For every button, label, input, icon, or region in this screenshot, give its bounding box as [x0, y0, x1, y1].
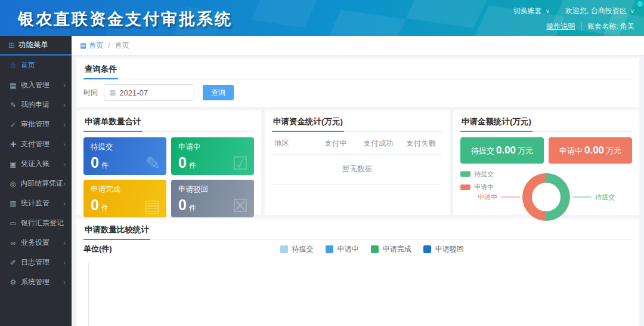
sidebar-nav: ☆ 首页 ▤ 收入管理 › ✎ 我的申请 › ✓ 审批管理 › ✚ 支付管理 — [0, 56, 72, 292]
chevron-down-icon: ∨ — [630, 8, 634, 14]
query-panel-title: 查询条件 — [83, 62, 118, 79]
sidebar-item-income-management[interactable]: ▤ 收入管理 › — [0, 75, 72, 95]
funds-table: 地区 支付中 支付成功 支付失败 暂无数据 — [272, 133, 442, 184]
amount-donut-chart: 待提交 申请中 申请中 待提交 — [460, 168, 632, 226]
chevron-right-icon: › — [63, 160, 66, 168]
sidebar-item-bank-draft-registration[interactable]: ▭ 银行汇票登记 — [0, 213, 72, 233]
link-icon: ∞ — [8, 239, 18, 247]
header-decor-shape — [406, 0, 489, 28]
sidebar-header-function-menu[interactable]: ⊞ 功能菜单 — [0, 36, 72, 56]
sidebar-item-home[interactable]: ☆ 首页 — [0, 56, 72, 75]
chevron-down-icon: ∨ — [546, 8, 550, 14]
document-icon: ▤ — [144, 195, 160, 216]
check-icon: ✓ — [8, 121, 18, 129]
header-decor-shape — [251, 0, 319, 27]
sidebar-item-system-management[interactable]: ⚙ 系统管理 › — [0, 272, 72, 292]
chart-unit-label: 单位(件) — [83, 244, 112, 254]
document-icon: ▤ — [8, 81, 18, 90]
application-amount-panel: 申请金额统计(万元) 待提交0.00万元 申请中0.00万元 — [453, 110, 639, 215]
card-icon: ▭ — [8, 219, 18, 227]
comparison-chart-legend: 待提交 申请中 申请完成 申请驳回 — [280, 244, 464, 254]
app-header: 银农直联资金支付审批系统 切换账套∨ 欢迎您, 台商投资区∨ 操作说明 账套名称… — [0, 0, 644, 36]
funds-panel-title: 申请资金统计(万元) — [272, 115, 344, 132]
empty-data-text: 暂无数据 — [272, 155, 442, 184]
sidebar-item-business-settings[interactable]: ∞ 业务设置 › — [0, 233, 72, 253]
legend-swatch-applying — [460, 184, 470, 190]
header-divider — [581, 22, 581, 31]
column-header-pay-success: 支付成功 — [357, 133, 400, 154]
breadcrumb: ▤ 首页 / 首页 — [72, 36, 644, 56]
sidebar-item-my-applications[interactable]: ✎ 我的申请 › — [0, 95, 72, 115]
application-funds-panel: 申请资金统计(万元) 地区 支付中 支付成功 支付失败 暂无数据 — [265, 110, 450, 215]
switch-account-dropdown[interactable]: 切换账套∨ — [513, 6, 550, 16]
date-picker-input[interactable]: ▦ — [104, 84, 194, 101]
breadcrumb-current: 首页 — [115, 41, 129, 51]
pending-amount-button[interactable]: 待提交0.00万元 — [460, 137, 544, 164]
stat-card-applying: 申请中 0件 ☑ — [171, 137, 254, 175]
column-header-pay-failed: 支付失败 — [400, 133, 443, 154]
welcome-user-dropdown[interactable]: 欢迎您, 台商投资区∨ — [565, 6, 634, 16]
list-check-icon: ☑ — [232, 153, 248, 174]
legend-swatch — [280, 245, 288, 253]
legend-swatch — [423, 245, 431, 253]
corner-dot-decor — [637, 1, 643, 7]
operation-guide-link[interactable]: 操作说明 — [546, 21, 575, 32]
applying-amount-button[interactable]: 申请中0.00万元 — [549, 137, 632, 164]
legend-swatch — [371, 245, 379, 253]
chevron-right-icon: › — [63, 180, 66, 188]
query-button[interactable]: 查询 — [203, 85, 234, 100]
pencil-icon: ✎ — [8, 101, 18, 109]
chevron-right-icon: › — [63, 259, 66, 267]
sidebar-item-internal-settlement-voucher[interactable]: ◎ 内部结算凭证 › — [0, 174, 72, 193]
amount-panel-title: 申请金额统计(万元) — [460, 115, 532, 132]
target-icon: ◎ — [8, 180, 17, 188]
star-icon: ☆ — [8, 61, 18, 70]
donut-callout-pending: 待提交 — [572, 193, 615, 202]
legend-item-pending[interactable]: 待提交 — [280, 244, 314, 254]
stat-card-pending-submit: 待提交 0件 ✎ — [83, 137, 166, 175]
doc-x-icon: ☒ — [232, 195, 248, 216]
legend-swatch-pending — [460, 171, 470, 177]
sidebar-item-approval-management[interactable]: ✓ 审批管理 › — [0, 115, 72, 134]
gear-icon: ⚙ — [8, 278, 18, 287]
legend-item-applying[interactable]: 申请中 — [326, 244, 359, 254]
edit-doc-icon: ✎ — [145, 153, 160, 174]
donut-legend: 待提交 申请中 — [460, 170, 494, 196]
sidebar-item-payment-management[interactable]: ✚ 支付管理 › — [0, 134, 72, 154]
sidebar-item-log-management[interactable]: ✐ 日志管理 › — [0, 253, 72, 272]
briefcase-icon: ▣ — [8, 160, 18, 168]
cross-icon: ✚ — [8, 140, 18, 149]
grid-menu-icon: ⊞ — [8, 41, 15, 50]
sidebar-item-voucher-entry[interactable]: ▣ 凭证入账 › — [0, 154, 72, 174]
legend-item-rejected[interactable]: 申请驳回 — [423, 244, 464, 254]
time-value-field[interactable] — [119, 88, 189, 97]
comparison-chart-plot-area — [88, 263, 628, 326]
stat-card-rejected: 申请驳回 0件 ☒ — [171, 180, 254, 217]
main-content: ▤ 首页 / 首页 查询条件 时间 ▦ 查询 — [72, 36, 644, 326]
sidebar-item-statistics-supervision[interactable]: ▥ 统计监管 › — [0, 193, 72, 213]
account-name-label: 账套名称: 角美 — [587, 21, 634, 32]
legend-swatch — [326, 245, 333, 253]
column-header-region: 地区 — [272, 133, 315, 154]
legend-item-completed[interactable]: 申请完成 — [371, 244, 411, 254]
app-title: 银农直联资金支付审批系统 — [18, 8, 233, 30]
time-label: 时间 — [83, 88, 98, 98]
stat-card-completed: 申请完成 0件 ▤ — [83, 180, 166, 217]
breadcrumb-home-link[interactable]: 首页 — [89, 41, 103, 51]
chevron-right-icon: › — [63, 199, 66, 208]
query-conditions-panel: 查询条件 时间 ▦ 查询 — [76, 58, 639, 107]
donut-ring — [522, 173, 570, 221]
header-user-area: 切换账套∨ 欢迎您, 台商投资区∨ 操作说明 账套名称: 角美 — [513, 4, 634, 33]
edit-icon: ✐ — [8, 259, 18, 267]
donut-callout-applying: 申请中 — [478, 193, 520, 202]
chevron-right-icon: › — [63, 140, 66, 149]
count-panel-title: 申请单数量合计 — [83, 115, 143, 132]
bar-chart-icon: ▥ — [8, 199, 18, 208]
comparison-chart-panel: 申请数量比较统计 单位(件) 待提交 申请中 — [76, 219, 639, 326]
application-count-panel: 申请单数量合计 待提交 0件 ✎ 申请中 0件 ☑ — [76, 110, 261, 215]
sidebar: ⊞ 功能菜单 ☆ 首页 ▤ 收入管理 › ✎ 我的申请 › ✓ 审批管理 › — [0, 36, 72, 326]
chevron-right-icon: › — [63, 239, 66, 247]
chevron-right-icon: › — [63, 278, 66, 287]
header-decor-shape — [324, 10, 405, 36]
chevron-right-icon: › — [63, 81, 66, 90]
